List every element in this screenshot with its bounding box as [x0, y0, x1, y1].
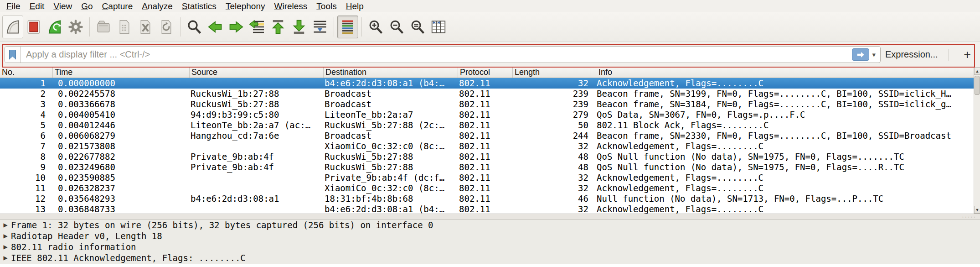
column-header-protocol[interactable]: Protocol	[458, 67, 513, 78]
stop-capture-button[interactable]	[23, 16, 44, 38]
packet-cell-destination: LiteonTe_bb:2a:a7	[324, 110, 458, 120]
detail-row-1[interactable]: ▶Frame 1: 32 bytes on wire (256 bits), 3…	[0, 220, 980, 230]
menu-item-edit[interactable]: Edit	[25, 0, 49, 12]
filter-bookmark-button[interactable]	[5, 47, 21, 63]
packet-cell-no: 5	[0, 120, 53, 131]
column-header-length[interactable]: Length	[513, 67, 590, 78]
menu-item-statistics[interactable]: Statistics	[177, 0, 221, 12]
packet-cell-destination: Broadcast	[324, 89, 458, 99]
shark-fin-icon	[5, 19, 21, 35]
detail-row-2[interactable]: ▶Radiotap Header v0, Length 18	[0, 230, 980, 241]
packet-cell-source	[190, 183, 324, 194]
packet-row-8[interactable]: 80.022677882Private_9b:ab:4fRuckusWi_5b:…	[0, 152, 974, 162]
packet-row-2[interactable]: 20.002245578RuckusWi_1b:27:88Broadcast80…	[0, 89, 974, 99]
column-header-time[interactable]: Time	[53, 67, 190, 78]
packet-cell-destination: RuckusWi_5b:27:88	[324, 162, 458, 173]
expander-triangle-icon[interactable]: ▶	[0, 222, 11, 228]
packet-row-12[interactable]: 120.035648293b4:e6:2d:d3:08:a118:31:bf:4…	[0, 194, 974, 204]
packet-cell-destination: 18:31:bf:4b:8b:68	[324, 194, 458, 204]
scroll-down-arrow-icon[interactable]: ▼	[974, 206, 980, 214]
packet-cell-length: 48	[513, 152, 590, 162]
toolbar-separator	[89, 17, 90, 37]
packet-row-6[interactable]: 60.006068279Hangzhou_cd:7a:6eBroadcast80…	[0, 131, 974, 141]
packet-row-7[interactable]: 70.021573808XiaomiCo_0c:32:c0 (8c:…802.1…	[0, 141, 974, 152]
scroll-up-arrow-icon[interactable]: ▲	[974, 67, 980, 75]
go-back-button[interactable]	[205, 16, 226, 38]
packet-cell-time: 0.004005410	[53, 110, 190, 120]
menu-item-file[interactable]: File	[2, 0, 25, 12]
packet-row-1[interactable]: 10.000000000b4:e6:2d:d3:08:a1 (b4:…802.1…	[0, 78, 974, 89]
splitter-grip-icon[interactable]: ·····	[962, 215, 976, 219]
expander-triangle-icon[interactable]: ▶	[0, 233, 11, 239]
column-header-no[interactable]: No.	[0, 67, 53, 78]
menu-item-telephony[interactable]: Telephony	[221, 0, 270, 12]
menu-item-tools[interactable]: Tools	[312, 0, 341, 12]
pane-splitter[interactable]: ·····	[0, 214, 980, 220]
column-header-source[interactable]: Source	[190, 67, 324, 78]
find-packet-button[interactable]	[184, 16, 205, 38]
menu-item-help[interactable]: Help	[341, 0, 368, 12]
expander-triangle-icon[interactable]: ▶	[0, 255, 11, 261]
packet-list-scrollbar[interactable]: ▲ ▼	[974, 67, 980, 214]
auto-scroll-button[interactable]	[309, 16, 330, 38]
packet-cell-no: 13	[0, 204, 53, 214]
zoom-reset-button[interactable]	[407, 16, 428, 38]
packet-cell-time: 0.021573808	[53, 141, 190, 152]
go-to-packet-button[interactable]	[247, 16, 268, 38]
packet-row-4[interactable]: 40.00400541094:d9:b3:99:c5:80LiteonTe_bb…	[0, 110, 974, 120]
close-file-button[interactable]	[135, 16, 156, 38]
detail-row-3[interactable]: ▶802.11 radio information	[0, 241, 980, 252]
packet-cell-info: QoS Null function (No data), SN=1975, FN…	[590, 162, 974, 173]
packet-row-10[interactable]: 100.023590885Private_9b:ab:4f (dc:f…802.…	[0, 173, 974, 183]
add-filter-button[interactable]: +	[960, 47, 975, 63]
packet-cell-length: 32	[513, 204, 590, 214]
resize-columns-button[interactable]	[428, 16, 449, 38]
start-capture-button[interactable]	[2, 16, 23, 38]
packet-cell-source: b4:e6:2d:d3:08:a1	[190, 194, 324, 204]
scrollbar-thumb[interactable]	[975, 76, 980, 95]
detail-row-text: IEEE 802.11 Acknowledgement, Flags: ....…	[11, 253, 246, 263]
packet-row-3[interactable]: 30.003366678RuckusWi_5b:27:88Broadcast80…	[0, 99, 974, 110]
zoom-in-button[interactable]	[365, 16, 386, 38]
packet-cell-length: 48	[513, 162, 590, 173]
expander-triangle-icon[interactable]: ▶	[0, 244, 11, 250]
display-filter-input[interactable]	[21, 47, 852, 63]
menu-item-wireless[interactable]: Wireless	[270, 0, 312, 12]
detail-row-4[interactable]: ▶IEEE 802.11 Acknowledgement, Flags: ...…	[0, 252, 980, 263]
apply-filter-button[interactable]	[852, 48, 869, 61]
packet-row-5[interactable]: 50.004012446LiteonTe_bb:2a:a7 (ac:…Rucku…	[0, 120, 974, 131]
save-file-button[interactable]	[114, 16, 135, 38]
reload-file-button[interactable]	[156, 16, 177, 38]
filter-toolbar: ▾ Expression... +	[0, 42, 980, 67]
column-header-destination[interactable]: Destination	[324, 67, 458, 78]
packet-cell-time: 0.023249680	[53, 162, 190, 173]
go-forward-button[interactable]	[226, 16, 247, 38]
menu-item-capture[interactable]: Capture	[98, 0, 138, 12]
packet-cell-no: 10	[0, 173, 53, 183]
go-last-packet-button[interactable]	[289, 16, 309, 38]
resize-columns-icon	[430, 19, 447, 35]
packet-cell-protocol: 802.11	[458, 162, 513, 173]
menu-item-go[interactable]: Go	[77, 0, 97, 12]
open-file-button[interactable]	[93, 16, 114, 38]
capture-options-button[interactable]	[65, 16, 86, 38]
arrow-up-bar-icon	[270, 19, 286, 35]
menu-item-analyze[interactable]: Analyze	[137, 0, 177, 12]
packet-row-13[interactable]: 130.036848733b4:e6:2d:d3:08:a1 (b4:…802.…	[0, 204, 974, 214]
zoom-out-button[interactable]	[386, 16, 407, 38]
menu-item-view[interactable]: View	[49, 0, 77, 12]
go-first-packet-button[interactable]	[268, 16, 289, 38]
packet-cell-source: 94:d9:b3:99:c5:80	[190, 110, 324, 120]
packet-cell-destination: XiaomiCo_0c:32:c0 (8c:…	[324, 141, 458, 152]
expression-button[interactable]: Expression...	[885, 49, 938, 60]
details-bottom-padding	[0, 264, 980, 267]
restart-capture-button[interactable]	[44, 16, 65, 38]
column-header-info[interactable]: Info	[590, 67, 974, 78]
colorize-packets-button[interactable]	[337, 16, 358, 38]
filter-history-caret-icon[interactable]: ▾	[872, 51, 876, 59]
packet-cell-length: 279	[513, 110, 590, 120]
packet-row-11[interactable]: 110.026328237XiaomiCo_0c:32:c0 (8c:…802.…	[0, 183, 974, 194]
packet-cell-source: RuckusWi_1b:27:88	[190, 89, 324, 99]
packet-row-9[interactable]: 90.023249680Private_9b:ab:4fRuckusWi_5b:…	[0, 162, 974, 173]
packet-cell-destination: Private_9b:ab:4f (dc:f…	[324, 173, 458, 183]
